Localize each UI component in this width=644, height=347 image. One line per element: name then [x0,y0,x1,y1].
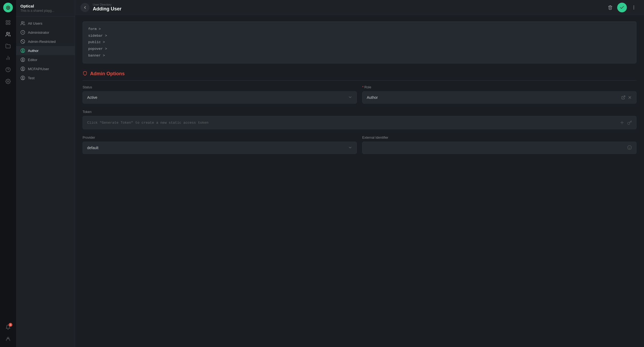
svg-line-15 [21,40,24,43]
svg-rect-1 [9,21,10,22]
content-area: form > sidebar > public > popover > bann… [75,15,644,347]
administrator-icon [20,30,25,35]
sidebar-section: All Users Administrator Admin-Restricted… [16,17,75,85]
token-label: Token [83,110,636,114]
external-identifier-box[interactable] [362,142,636,154]
provider-select-wrapper: default [83,142,357,154]
topbar-actions [605,3,639,12]
svg-point-20 [21,67,25,71]
sidebar-item-label: Test [28,76,35,80]
status-label: Status [83,85,357,89]
test-icon [20,76,25,80]
external-identifier-field: External Identifier [362,136,636,154]
mcfapiuser-icon [20,66,25,71]
sidebar-item-mcfapiuser[interactable]: MCFAPIUser [16,64,75,73]
svg-point-21 [22,68,24,69]
sidebar-item-all-users[interactable]: All Users [16,19,75,28]
provider-label: Provider [83,136,357,139]
tree-item-form: form > [88,26,631,33]
sidebar-item-label: All Users [28,21,42,25]
notification-badge-count: 2 [9,323,12,327]
svg-rect-3 [9,23,10,25]
sidebar-item-admin-restricted[interactable]: Admin-Restricted [16,37,75,46]
token-placeholder: Click "Generate Token" to create a new s… [87,121,208,125]
sidebar-item-label: Administrator [28,31,49,35]
icon-rail: ◎ 2 [0,0,16,347]
provider-field: Provider default [83,136,357,154]
confirm-button[interactable] [617,3,627,12]
svg-point-8 [6,67,10,72]
breadcrumb: User Directory [93,3,602,6]
sidebar-item-editor[interactable]: Editor [16,55,75,64]
sidebar-item-label: Admin-Restricted [28,40,56,44]
token-section: Token Click "Generate Token" to create a… [83,110,636,129]
editor-icon [20,57,25,62]
tree-item-popover: popover > [88,46,631,52]
tree-item-banner: banner > [88,52,631,59]
admin-restricted-icon [20,39,25,44]
app-subtitle: This is a shared playg... [20,9,71,13]
sidebar-item-label: Editor [28,58,37,62]
svg-point-26 [634,9,634,9]
role-box-actions [621,95,632,100]
svg-rect-0 [6,21,8,22]
author-icon [20,48,25,53]
sidebar-item-administrator[interactable]: Administrator [16,28,75,37]
code-tree-block: form > sidebar > public > popover > bann… [83,21,636,63]
rail-icon-help[interactable] [3,64,13,75]
page-title: Adding User [93,6,602,12]
back-button[interactable] [80,3,90,12]
svg-point-22 [21,76,25,80]
svg-point-24 [634,6,634,6]
section-header: Admin Options [83,71,636,81]
provider-external-row: Provider default External Ide [83,136,636,154]
more-options-button[interactable] [629,3,639,12]
shield-icon [83,71,87,77]
app-name: Optical [20,4,71,8]
rail-icon-notifications[interactable]: 2 [3,322,13,333]
svg-rect-2 [6,23,8,25]
topbar: User Directory Adding User [75,0,644,15]
rail-icon-settings[interactable] [3,76,13,87]
svg-point-18 [21,58,25,62]
add-token-icon[interactable] [620,120,624,125]
tree-item-public: public > [88,39,631,46]
role-field: * Role Author [362,85,636,104]
status-select-wrapper: Active [83,91,357,104]
role-label: * Role [362,85,636,89]
sidebar-item-label: Author [28,49,39,53]
sidebar-item-test[interactable]: Test [16,73,75,82]
admin-options-section: Admin Options Status Active [83,71,636,154]
svg-point-23 [22,77,24,78]
sidebar-item-label: MCFAPIUser [28,67,49,71]
external-identifier-label: External Identifier [362,136,636,139]
sidebar: Optical This is a shared playg... All Us… [16,0,75,347]
status-field: Status Active [83,85,357,104]
delete-button[interactable] [605,3,615,12]
svg-point-25 [634,7,634,8]
rail-icon-users[interactable] [3,29,13,40]
status-select[interactable]: Active [83,91,357,104]
rail-icon-profile[interactable] [3,334,13,344]
rail-icon-analytics[interactable] [3,52,13,63]
svg-point-17 [22,50,24,51]
rail-icon-folder[interactable] [3,41,13,51]
token-actions [620,120,632,125]
role-value: Author [367,95,378,100]
svg-point-19 [22,59,24,60]
topbar-title-area: User Directory Adding User [93,3,602,12]
app-logo[interactable]: ◎ [3,3,13,12]
rail-icon-grid[interactable] [3,17,13,28]
provider-value: default [87,146,98,150]
close-icon[interactable] [628,95,632,100]
key-icon[interactable] [627,120,632,125]
svg-line-27 [623,96,625,98]
sidebar-item-author[interactable]: Author [16,46,75,55]
svg-point-32 [628,145,632,149]
external-link-icon[interactable] [621,95,626,100]
all-users-icon [20,21,25,26]
chevron-down-icon [348,95,352,100]
provider-select[interactable]: default [83,142,357,154]
svg-point-12 [21,21,23,23]
token-box: Click "Generate Token" to create a new s… [83,116,636,129]
